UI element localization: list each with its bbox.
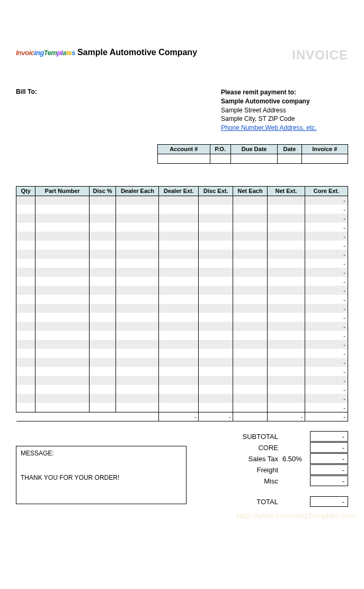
line-cell[interactable] — [116, 331, 159, 340]
line-cell[interactable] — [199, 196, 233, 205]
line-cell[interactable] — [233, 385, 268, 394]
line-cell[interactable] — [16, 304, 35, 313]
line-cell[interactable]: - — [305, 367, 348, 376]
line-cell[interactable] — [89, 196, 116, 205]
line-cell[interactable] — [16, 277, 35, 286]
line-cell[interactable] — [233, 349, 268, 358]
line-cell[interactable] — [268, 196, 305, 205]
line-cell[interactable] — [199, 331, 233, 340]
line-cell[interactable] — [16, 367, 35, 376]
line-cell[interactable] — [116, 403, 159, 412]
line-cell[interactable] — [35, 295, 89, 304]
line-cell[interactable]: - — [305, 286, 348, 295]
line-cell[interactable] — [268, 358, 305, 367]
line-cell[interactable] — [233, 376, 268, 385]
meta-cell[interactable] — [301, 154, 348, 163]
line-cell[interactable] — [233, 277, 268, 286]
line-cell[interactable] — [116, 250, 159, 259]
line-cell[interactable] — [16, 250, 35, 259]
meta-cell[interactable] — [230, 154, 278, 163]
line-cell[interactable] — [199, 259, 233, 268]
line-cell[interactable] — [116, 241, 159, 250]
line-cell[interactable] — [159, 376, 199, 385]
line-cell[interactable] — [116, 196, 159, 205]
line-cell[interactable] — [89, 331, 116, 340]
line-cell[interactable]: - — [305, 295, 348, 304]
line-cell[interactable] — [35, 196, 89, 205]
line-cell[interactable] — [89, 313, 116, 322]
line-cell[interactable] — [199, 232, 233, 241]
line-cell[interactable] — [16, 394, 35, 403]
line-cell[interactable]: - — [305, 340, 348, 349]
line-cell[interactable] — [89, 205, 116, 214]
line-cell[interactable] — [159, 223, 199, 232]
line-cell[interactable] — [35, 358, 89, 367]
line-cell[interactable] — [233, 394, 268, 403]
line-cell[interactable] — [35, 250, 89, 259]
line-cell[interactable] — [35, 277, 89, 286]
line-cell[interactable] — [233, 313, 268, 322]
line-cell[interactable]: - — [305, 322, 348, 331]
line-cell[interactable] — [116, 232, 159, 241]
line-cell[interactable] — [268, 250, 305, 259]
line-cell[interactable] — [35, 223, 89, 232]
line-cell[interactable] — [159, 403, 199, 412]
line-cell[interactable]: - — [305, 358, 348, 367]
line-cell[interactable] — [159, 313, 199, 322]
line-cell[interactable] — [159, 205, 199, 214]
line-cell[interactable]: - — [305, 214, 348, 223]
line-cell[interactable] — [16, 232, 35, 241]
remit-contact-link[interactable]: Phone Number,Web Address, etc. — [221, 124, 317, 131]
line-cell[interactable] — [35, 259, 89, 268]
line-cell[interactable] — [89, 349, 116, 358]
line-cell[interactable] — [116, 304, 159, 313]
line-cell[interactable] — [268, 322, 305, 331]
line-cell[interactable] — [268, 232, 305, 241]
line-cell[interactable] — [89, 403, 116, 412]
line-cell[interactable]: - — [305, 223, 348, 232]
line-cell[interactable] — [16, 322, 35, 331]
line-cell[interactable] — [159, 367, 199, 376]
line-cell[interactable] — [35, 286, 89, 295]
line-cell[interactable] — [89, 223, 116, 232]
line-cell[interactable] — [89, 295, 116, 304]
line-cell[interactable] — [159, 394, 199, 403]
line-cell[interactable] — [159, 196, 199, 205]
line-cell[interactable] — [89, 322, 116, 331]
line-cell[interactable] — [199, 286, 233, 295]
line-cell[interactable] — [116, 376, 159, 385]
line-cell[interactable] — [159, 322, 199, 331]
line-cell[interactable] — [116, 385, 159, 394]
line-cell[interactable] — [268, 304, 305, 313]
line-cell[interactable] — [116, 268, 159, 277]
line-cell[interactable]: - — [305, 259, 348, 268]
line-cell[interactable] — [89, 385, 116, 394]
line-cell[interactable] — [159, 385, 199, 394]
line-cell[interactable] — [233, 232, 268, 241]
line-cell[interactable] — [199, 349, 233, 358]
line-cell[interactable] — [233, 268, 268, 277]
line-cell[interactable] — [233, 214, 268, 223]
line-cell[interactable] — [199, 250, 233, 259]
line-cell[interactable] — [233, 331, 268, 340]
meta-cell[interactable] — [158, 154, 210, 163]
line-cell[interactable] — [116, 313, 159, 322]
line-cell[interactable] — [16, 214, 35, 223]
line-cell[interactable] — [35, 205, 89, 214]
line-cell[interactable]: - — [305, 196, 348, 205]
line-cell[interactable] — [268, 394, 305, 403]
line-cell[interactable] — [159, 277, 199, 286]
line-cell[interactable] — [159, 340, 199, 349]
line-cell[interactable] — [116, 223, 159, 232]
line-cell[interactable]: - — [305, 250, 348, 259]
line-cell[interactable]: - — [305, 268, 348, 277]
line-cell[interactable] — [199, 205, 233, 214]
line-cell[interactable] — [199, 241, 233, 250]
line-cell[interactable] — [116, 358, 159, 367]
line-cell[interactable] — [159, 295, 199, 304]
line-cell[interactable] — [35, 340, 89, 349]
line-cell[interactable] — [268, 376, 305, 385]
line-cell[interactable] — [89, 340, 116, 349]
line-cell[interactable] — [89, 376, 116, 385]
line-cell[interactable] — [268, 268, 305, 277]
